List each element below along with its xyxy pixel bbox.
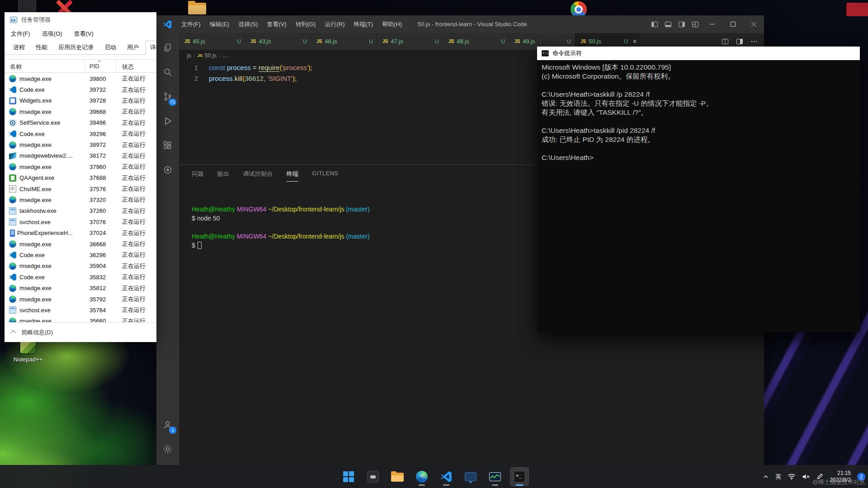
- selfservice-icon: [9, 119, 16, 127]
- edge-icon: [9, 263, 16, 270]
- live-target-icon[interactable]: [156, 158, 179, 182]
- accounts-icon[interactable]: 1: [156, 413, 179, 437]
- edge-icon: [9, 240, 16, 248]
- wifi-icon[interactable]: [788, 474, 796, 480]
- customize-layout-icon[interactable]: [692, 21, 699, 28]
- cmd-output[interactable]: Microsoft Windows [版本 10.0.22000.795](c)…: [537, 60, 860, 332]
- process-row[interactable]: PhoneExperienceH...37024正在运行: [5, 227, 156, 238]
- task-manager-titlebar[interactable]: 任务管理器: [5, 12, 156, 28]
- menu-item[interactable]: 查看(V): [263, 19, 290, 30]
- editor-tab[interactable]: JS43.jsU: [245, 33, 311, 50]
- taskman-tab[interactable]: 进程: [9, 41, 29, 54]
- toggle-panel-icon[interactable]: [665, 21, 672, 28]
- taskman-tab[interactable]: 应用历史记录: [54, 41, 98, 54]
- process-row[interactable]: ChsIME.exe37576正在运行: [5, 183, 156, 194]
- start-button[interactable]: [339, 467, 358, 486]
- run-debug-icon[interactable]: [156, 109, 179, 133]
- menu-item[interactable]: 编辑(E): [206, 19, 233, 30]
- vscode-titlebar[interactable]: 文件(F)编辑(E)选择(S)查看(V)转到(G)运行(R)终端(T)帮助(H)…: [156, 15, 764, 33]
- breadcrumb-symbol[interactable]: …: [223, 52, 229, 59]
- taskman-tab[interactable]: 启动: [100, 41, 120, 54]
- vscode-button[interactable]: [437, 467, 456, 486]
- process-row[interactable]: Code.exe36296正在运行: [5, 249, 156, 260]
- process-row[interactable]: msedge.exe35812正在运行: [5, 282, 156, 293]
- process-row[interactable]: svchost.exe37076正在运行: [5, 216, 156, 227]
- process-row[interactable]: svchost.exe35764正在运行: [5, 305, 156, 315]
- monitor-app-button[interactable]: [461, 467, 480, 486]
- process-row[interactable]: msedge.exe35660正在运行: [5, 316, 156, 322]
- column-header-pid[interactable]: PID: [85, 60, 117, 72]
- process-row[interactable]: msedge.exe39668正在运行: [5, 106, 156, 117]
- editor-tab[interactable]: JS47.jsU: [377, 33, 443, 50]
- menu-item[interactable]: 终端(T): [349, 19, 377, 30]
- process-row[interactable]: msedge.exe39800正在运行: [5, 73, 156, 84]
- toggle-secondary-sidebar-icon[interactable]: [678, 21, 685, 28]
- menu-item[interactable]: 运行(R): [321, 19, 349, 30]
- process-row[interactable]: msedge.exe35904正在运行: [5, 261, 156, 272]
- more-actions-icon[interactable]: [750, 38, 758, 45]
- process-row[interactable]: SelfService.exe39496正在运行: [5, 117, 156, 128]
- maximize-button[interactable]: [722, 15, 743, 33]
- edge-button[interactable]: [412, 467, 431, 486]
- process-row[interactable]: msedge.exe37960正在运行: [5, 161, 156, 172]
- panel-tab[interactable]: GITLENS: [312, 170, 338, 182]
- editor-tab[interactable]: JS45.jsU: [179, 33, 245, 50]
- process-row[interactable]: Code.exe35832正在运行: [5, 272, 156, 282]
- volume-muted-icon[interactable]: [802, 474, 810, 480]
- untracked-badge: U: [369, 38, 373, 45]
- process-row[interactable]: Code.exe39732正在运行: [5, 84, 156, 95]
- close-tab-icon[interactable]: ✕: [632, 38, 637, 45]
- desktop-icon-fragment[interactable]: [846, 3, 868, 16]
- taskman-tab[interactable]: 性能: [32, 41, 52, 54]
- process-row[interactable]: msedge.exe36668正在运行: [5, 239, 156, 249]
- desktop-icon-notepad[interactable]: Notepad++: [6, 340, 50, 363]
- taskman-menu-item[interactable]: 选项(O): [42, 30, 62, 38]
- minimize-button[interactable]: [702, 15, 722, 33]
- column-header-status[interactable]: 状态: [117, 60, 156, 72]
- ime-indicator[interactable]: 英: [775, 473, 781, 481]
- extensions-icon[interactable]: [156, 133, 179, 158]
- process-row[interactable]: Code.exe39296正在运行: [5, 128, 156, 139]
- process-row[interactable]: taskhostw.exe37260正在运行: [5, 206, 156, 216]
- panel-tab[interactable]: 输出: [217, 170, 230, 182]
- process-row[interactable]: msedge.exe37320正在运行: [5, 194, 156, 205]
- search-icon[interactable]: [156, 60, 179, 84]
- menu-item[interactable]: 帮助(H): [378, 19, 406, 30]
- menu-item[interactable]: 转到(G): [292, 19, 320, 30]
- settings-gear-icon[interactable]: [156, 437, 179, 461]
- column-header-name[interactable]: 名称: [5, 60, 85, 72]
- taskman-menu-item[interactable]: 文件(F): [11, 30, 30, 38]
- panel-tab[interactable]: 调试控制台: [243, 170, 273, 182]
- taskbar-dark-app[interactable]: [363, 467, 382, 486]
- task-manager-footer[interactable]: 简略信息(D): [5, 322, 156, 342]
- menu-item[interactable]: 文件(F): [177, 19, 205, 30]
- cmd-titlebar[interactable]: 命令提示符: [537, 47, 860, 60]
- process-row[interactable]: msedgewebview2....38172正在运行: [5, 150, 156, 161]
- terminal-button[interactable]: [510, 467, 529, 486]
- split-editor-icon[interactable]: [722, 38, 729, 45]
- editor-tab[interactable]: JS46.jsU: [311, 33, 377, 50]
- desktop-icon-folder[interactable]: [188, 1, 206, 15]
- toggle-sidebar-icon[interactable]: [651, 21, 658, 28]
- breadcrumb-file[interactable]: 50.js: [205, 52, 217, 59]
- close-button[interactable]: [743, 15, 764, 33]
- process-row[interactable]: msedge.exe38972正在运行: [5, 139, 156, 150]
- process-row[interactable]: Widgets.exe39728正在运行: [5, 95, 156, 106]
- menu-item[interactable]: 选择(S): [234, 19, 262, 30]
- taskman-menu-item[interactable]: 查看(V): [74, 30, 93, 38]
- layout-icon[interactable]: [736, 38, 743, 45]
- tray-chevron-up-icon[interactable]: [763, 474, 769, 480]
- process-row[interactable]: QAAgent.exe37688正在运行: [5, 173, 156, 183]
- explorer-icon[interactable]: [156, 36, 179, 60]
- source-control-icon[interactable]: 71: [156, 84, 179, 109]
- file-explorer-button[interactable]: [388, 467, 407, 486]
- panel-tab[interactable]: 问题: [192, 170, 204, 182]
- taskman-tab[interactable]: 用户: [123, 41, 143, 54]
- panel-tab[interactable]: 终端: [287, 170, 299, 182]
- taskman-tab[interactable]: 详细信息: [146, 41, 156, 55]
- breadcrumb-folder[interactable]: js: [187, 52, 191, 59]
- editor-tab[interactable]: JS48.jsU: [443, 33, 509, 50]
- task-manager-button[interactable]: [486, 467, 505, 486]
- desktop-icon-fragment[interactable]: [18, 0, 36, 13]
- process-row[interactable]: msedge.exe35792正在运行: [5, 294, 156, 305]
